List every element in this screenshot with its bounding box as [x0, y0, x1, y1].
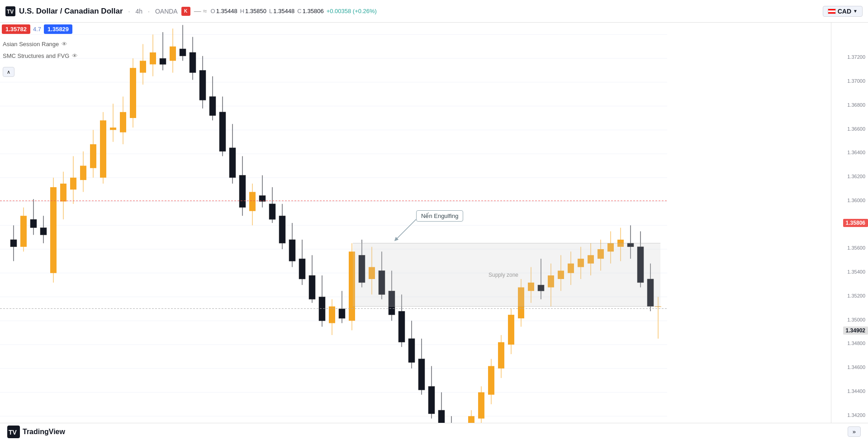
current-price-grey: 1.34902 [843, 326, 868, 335]
bottom-bar: TV TradingView » [0, 423, 868, 440]
expand-button[interactable]: » [848, 426, 861, 437]
price-tick: 1.34800 [847, 341, 865, 346]
price-tick: 1.36200 [847, 174, 865, 179]
smc-structures-label: SMC Structures and FVG [3, 52, 69, 59]
broker-icon: K [181, 7, 190, 16]
tradingview-text: TradingView [23, 428, 65, 436]
asian-session-label: Asian Session Range [3, 41, 59, 47]
price-tick: 1.34200 [847, 412, 865, 418]
price-badge-container: 1.35782 4.7 1.35829 [2, 24, 72, 34]
low-label: L [269, 8, 272, 14]
currency-selector[interactable]: CAD ▼ [823, 6, 863, 17]
chart-header: TV U.S. Dollar / Canadian Dollar · 4h · … [0, 0, 868, 23]
eye-icon-smc[interactable]: 👁 [72, 52, 78, 59]
tv-logo-icon: TV [5, 6, 15, 16]
broker-label: OANDA [155, 8, 178, 15]
price-tick: 1.34600 [847, 364, 865, 370]
price-tick: 1.36400 [847, 150, 865, 155]
current-price-orange: 1.35806 [843, 219, 868, 227]
open-value: 1.35448 [216, 8, 237, 14]
collapse-indicators-button[interactable]: ∧ [3, 67, 14, 77]
close-value: 1.35806 [303, 8, 324, 14]
chevron-up-icon: ∧ [7, 69, 10, 75]
price-tick: 1.35000 [847, 317, 865, 322]
high-label: H [240, 8, 244, 14]
engulfing-arrow [384, 215, 421, 251]
close-label: C [297, 8, 301, 14]
wave-icon[interactable]: ≈ [203, 7, 207, 15]
price-tick: 1.36800 [847, 102, 865, 108]
tradingview-logo: TV TradingView [7, 426, 65, 438]
pair-title: U.S. Dollar / Canadian Dollar [19, 7, 123, 16]
change-value: +0.00358 (+0.26%) [327, 8, 377, 14]
price-tick: 1.35400 [847, 269, 865, 274]
price-tick: 1.36600 [847, 126, 865, 132]
price-tick: 1.37200 [847, 54, 865, 60]
header-right: CAD ▼ [823, 6, 863, 17]
chart-type-icons: — ≈ [194, 7, 207, 15]
currency-label: CAD [838, 8, 851, 15]
asian-session-indicator: Asian Session Range 👁 [3, 41, 67, 47]
chart-area: Nến Engulfing [0, 23, 667, 440]
price-tick: 1.35200 [847, 293, 865, 298]
price-axis: 1.372001.370001.368001.366001.364001.362… [831, 23, 868, 440]
ohlc-data: O 1.35448 H 1.35850 L 1.35448 C 1.35806 … [211, 8, 377, 14]
red-price-label: 1.35782 [2, 24, 30, 34]
open-label: O [211, 8, 215, 14]
engulfing-annotation-label: Nến Engulfing [416, 210, 463, 222]
price-tick: 1.34400 [847, 388, 865, 394]
blue-price-label: 1.35829 [44, 24, 72, 34]
low-value: 1.35448 [273, 8, 294, 14]
high-value: 1.35850 [245, 8, 266, 14]
price-tick: 1.37000 [847, 78, 865, 84]
flag-icon [828, 9, 836, 14]
minus-icon[interactable]: — [194, 7, 201, 15]
smc-structures-indicator: SMC Structures and FVG 👁 [3, 52, 78, 59]
eye-icon-asian[interactable]: 👁 [62, 41, 67, 47]
svg-text:TV: TV [7, 9, 14, 15]
chevron-down-icon: ▼ [853, 9, 858, 14]
tv-logo-svg: TV [7, 426, 20, 438]
svg-text:TV: TV [9, 429, 17, 436]
price-tick: 1.35600 [847, 245, 865, 251]
candle-chart[interactable] [0, 23, 667, 440]
price-tick: 1.36000 [847, 198, 865, 203]
timeframe-label: 4h [135, 8, 142, 15]
price-number: 4.7 [33, 26, 41, 33]
